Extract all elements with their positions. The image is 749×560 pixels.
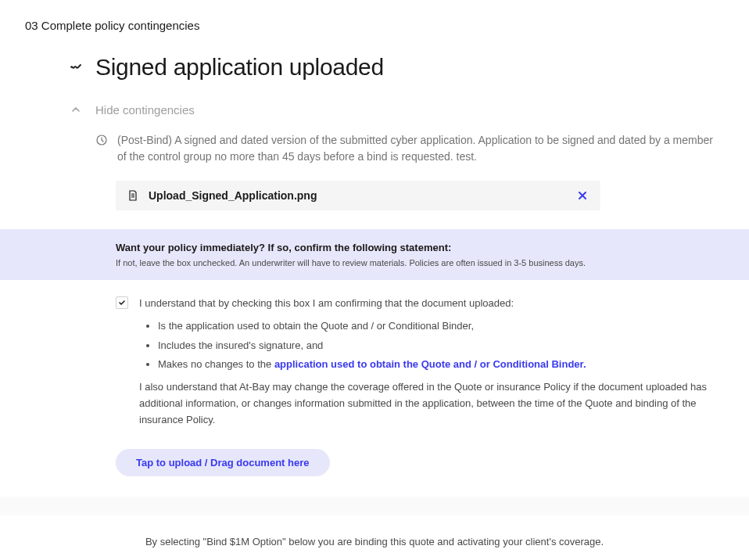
confirm-title: Want your policy immediately? If so, con… bbox=[116, 242, 718, 253]
file-icon bbox=[127, 189, 139, 202]
checkbox-item: Is the application used to obtain the Qu… bbox=[158, 318, 722, 335]
page-title: Signed application uploaded bbox=[95, 54, 384, 81]
checkbox-item: Includes the insured's signature, and bbox=[158, 338, 722, 354]
uploaded-file: Upload_Signed_Application.png bbox=[116, 181, 600, 210]
upload-button[interactable]: Tap to upload / Drag document here bbox=[116, 449, 330, 476]
divider bbox=[0, 497, 749, 515]
contingency-description: (Post-Bind) A signed and dated version o… bbox=[69, 132, 749, 181]
step-header: 03 Complete policy contingencies bbox=[0, 0, 749, 41]
checkbox-item: Makes no changes to the application used… bbox=[158, 357, 722, 373]
bind-description: By selecting "Bind $1M Option" below you… bbox=[0, 536, 749, 547]
title-row: Signed application uploaded bbox=[69, 41, 749, 96]
upload-button-row: Tap to upload / Drag document here bbox=[69, 444, 749, 497]
file-name: Upload_Signed_Application.png bbox=[149, 189, 566, 202]
clock-icon bbox=[95, 134, 108, 146]
checkbox-outro: I also understand that At-Bay may change… bbox=[139, 379, 722, 428]
toggle-label: Hide contingencies bbox=[95, 103, 195, 117]
description-text: (Post-Bind) A signed and dated version o… bbox=[117, 132, 718, 165]
toggle-contingencies[interactable]: Hide contingencies bbox=[69, 96, 749, 132]
checkbox-content: I understand that by checking this box I… bbox=[139, 296, 722, 429]
confirm-banner: Want your policy immediately? If so, con… bbox=[0, 229, 749, 280]
signature-icon bbox=[69, 60, 83, 74]
bind-section: By selecting "Bind $1M Option" below you… bbox=[0, 515, 749, 560]
application-link[interactable]: application used to obtain the Quote and… bbox=[274, 358, 586, 370]
chevron-up-icon bbox=[69, 102, 83, 117]
confirm-subtitle: If not, leave the box unchecked. An unde… bbox=[116, 258, 718, 267]
checkbox-item-prefix: Makes no changes to the bbox=[158, 358, 274, 370]
checkbox-intro: I understand that by checking this box I… bbox=[139, 296, 722, 312]
remove-file-button[interactable] bbox=[575, 188, 590, 203]
confirm-checkbox[interactable] bbox=[116, 296, 128, 309]
checkbox-section: I understand that by checking this box I… bbox=[69, 280, 749, 444]
